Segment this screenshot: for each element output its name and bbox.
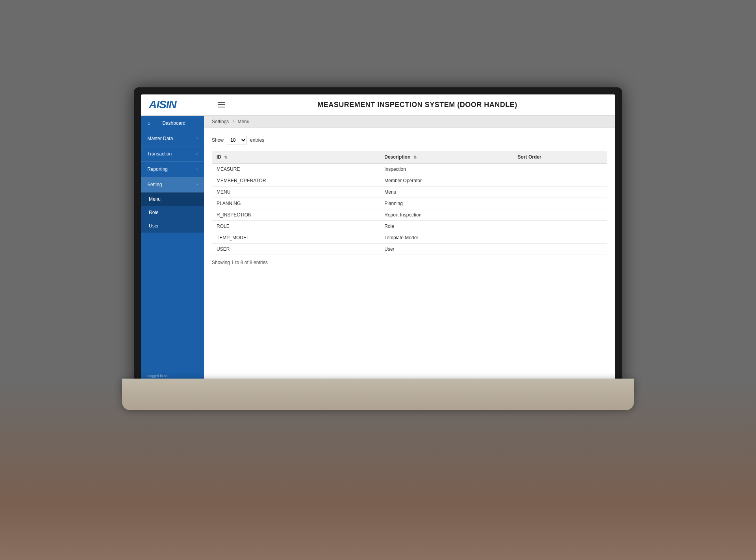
page-title: MEASUREMENT INSPECTION SYSTEM (DOOR HAND…: [228, 101, 607, 109]
cell-id: R_INSPECTION: [212, 209, 380, 220]
logged-in-label: Logged in as:: [147, 374, 198, 378]
cell-id: USER: [212, 243, 380, 255]
keyboard-base: [122, 379, 634, 410]
menu-table: ID ⇅ Description ⇅ Sort Order: [212, 151, 607, 255]
hamburger-button[interactable]: [216, 100, 228, 110]
sidebar-subitem-menu[interactable]: Menu: [141, 192, 204, 206]
sidebar-label-setting: Setting: [147, 182, 162, 187]
table-footer: Showing 1 to 8 of 8 entries: [212, 260, 607, 265]
content-body: Show 10 25 50 100 entries: [204, 128, 615, 384]
sidebar-subitem-role[interactable]: Role: [141, 206, 204, 219]
breadcrumb: Settings / Menu: [204, 116, 615, 128]
sidebar-label-reporting: Reporting: [147, 166, 168, 172]
cell-sort-order: [513, 220, 607, 232]
cell-id: PLANNING: [212, 198, 380, 209]
show-entries-control: Show 10 25 50 100 entries: [212, 136, 607, 144]
cell-description: Template Model: [380, 232, 513, 243]
cell-description: Planning: [380, 198, 513, 209]
main-content: Settings / Menu Show 10 25 50 100: [204, 116, 615, 387]
home-icon: ⌂: [147, 120, 150, 126]
hamburger-icon: [218, 102, 225, 107]
chevron-right-icon: ›: [196, 152, 198, 156]
cell-id: ROLE: [212, 220, 380, 232]
app-header: AISIN MEASUREMENT INSPECTION SYSTEM (DOO…: [141, 94, 615, 116]
sidebar-item-dashboard[interactable]: ⌂ Dashboard: [141, 116, 204, 131]
breadcrumb-current: Menu: [237, 119, 249, 124]
showing-text: Showing 1 to 8 of 8 entries: [212, 260, 268, 265]
table-row: ROLE Role: [212, 220, 607, 232]
cell-sort-order: [513, 198, 607, 209]
sidebar-subitem-user[interactable]: User: [141, 219, 204, 233]
sidebar-item-transaction[interactable]: Transaction ›: [141, 146, 204, 162]
sidebar-sublabel-role: Role: [149, 210, 159, 215]
col-header-sort-order[interactable]: Sort Order: [513, 151, 607, 163]
chevron-right-icon: ›: [196, 167, 198, 171]
cell-sort-order: [513, 209, 607, 220]
cell-description: Member Operator: [380, 175, 513, 186]
table-row: MEMBER_OPERATOR Member Operator: [212, 175, 607, 186]
table-row: PLANNING Planning: [212, 198, 607, 209]
table-row: TEMP_MODEL Template Model: [212, 232, 607, 243]
cell-id: MEASURE: [212, 163, 380, 175]
sidebar: ⌂ Dashboard Master Data › Transaction › …: [141, 116, 204, 387]
chevron-right-icon: ›: [196, 136, 198, 140]
sort-icon-description: ⇅: [413, 155, 417, 159]
sidebar-item-reporting[interactable]: Reporting ›: [141, 162, 204, 177]
breadcrumb-parent: Settings: [212, 119, 229, 124]
cell-sort-order: [513, 243, 607, 255]
sidebar-item-master-data[interactable]: Master Data ›: [141, 131, 204, 146]
table-row: USER User: [212, 243, 607, 255]
breadcrumb-separator: /: [233, 119, 234, 124]
logo-area: AISIN: [149, 98, 212, 111]
entries-select[interactable]: 10 25 50 100: [227, 136, 247, 144]
chevron-right-icon: ›: [196, 182, 198, 187]
main-layout: ⌂ Dashboard Master Data › Transaction › …: [141, 116, 615, 387]
cell-sort-order: [513, 232, 607, 243]
cell-description: Inspection: [380, 163, 513, 175]
cell-description: User: [380, 243, 513, 255]
app-logo: AISIN: [149, 98, 176, 111]
cell-id: MEMBER_OPERATOR: [212, 175, 380, 186]
table-row: MEASURE Inspection: [212, 163, 607, 175]
col-header-description[interactable]: Description ⇅: [380, 151, 513, 163]
cell-sort-order: [513, 163, 607, 175]
sidebar-sublabel-menu: Menu: [149, 196, 161, 202]
cell-sort-order: [513, 186, 607, 198]
cell-id: TEMP_MODEL: [212, 232, 380, 243]
col-header-id[interactable]: ID ⇅: [212, 151, 380, 163]
sidebar-label-transaction: Transaction: [147, 151, 172, 157]
cell-description: Role: [380, 220, 513, 232]
sidebar-label-master-data: Master Data: [147, 136, 173, 141]
show-label: Show: [212, 137, 224, 143]
cell-description: Report Inspection: [380, 209, 513, 220]
table-row: MENU Menu: [212, 186, 607, 198]
sidebar-sublabel-user: User: [149, 223, 159, 229]
cell-id: MENU: [212, 186, 380, 198]
cell-sort-order: [513, 175, 607, 186]
sidebar-item-setting[interactable]: Setting ›: [141, 177, 204, 192]
table-header-row: ID ⇅ Description ⇅ Sort Order: [212, 151, 607, 163]
sidebar-label-dashboard: Dashboard: [162, 120, 185, 126]
sort-icon-id: ⇅: [224, 155, 227, 159]
entries-label: entries: [250, 137, 264, 143]
table-row: R_INSPECTION Report Inspection: [212, 209, 607, 220]
cell-description: Menu: [380, 186, 513, 198]
